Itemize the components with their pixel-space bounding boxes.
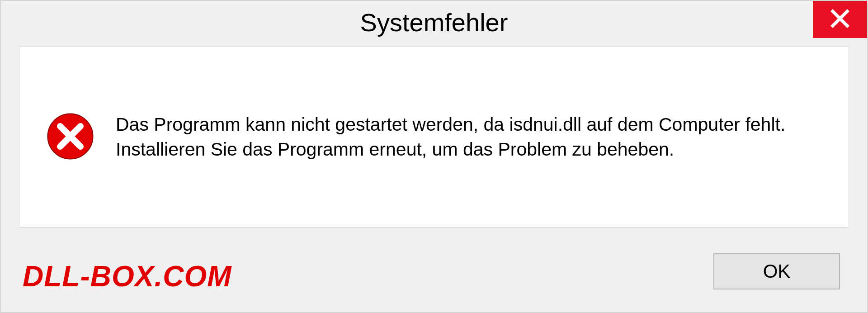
ok-button-label: OK [763,261,791,282]
content-area: Das Programm kann nicht gestartet werden… [19,47,849,228]
titlebar: Systemfehler [1,1,867,44]
close-button[interactable] [813,1,867,38]
footer-area: DLL-BOX.COM OK [1,231,867,312]
error-message: Das Programm kann nicht gestartet werden… [116,112,821,162]
ok-button[interactable]: OK [713,253,840,289]
close-icon [830,9,850,30]
error-dialog: Systemfehler Das Programm kann nicht ges… [0,0,868,313]
watermark-text: DLL-BOX.COM [23,260,232,293]
error-icon [47,113,94,162]
dialog-title: Systemfehler [360,8,508,37]
